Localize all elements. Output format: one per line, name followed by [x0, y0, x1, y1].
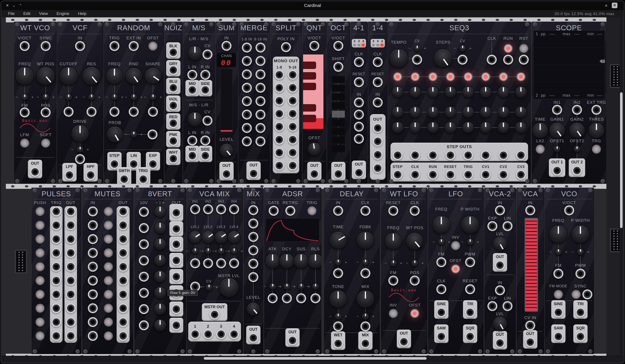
trim-knob[interactable]: −+	[555, 249, 562, 255]
jack-port[interactable]	[357, 137, 361, 141]
jack-port[interactable]	[277, 112, 281, 116]
jack-port[interactable]	[245, 139, 249, 143]
knob[interactable]	[220, 144, 233, 157]
knob[interactable]	[247, 303, 260, 316]
led-button[interactable]	[106, 250, 111, 255]
trim-knob[interactable]: −+	[218, 248, 224, 254]
jack-port[interactable]	[578, 334, 583, 339]
knob[interactable]	[215, 231, 227, 244]
jack-port[interactable]	[363, 271, 368, 275]
channel-2-led[interactable]	[372, 44, 375, 46]
jack-port[interactable]	[171, 50, 175, 55]
jack-port[interactable]	[468, 310, 472, 314]
jack-port[interactable]	[171, 157, 175, 161]
knob[interactable]	[125, 68, 142, 84]
jack-port[interactable]	[142, 275, 146, 279]
jack-port[interactable]	[245, 126, 249, 130]
trim-knob[interactable]: −+	[150, 94, 156, 101]
jack-port[interactable]	[363, 324, 368, 329]
led-button[interactable]	[37, 236, 43, 242]
led-button[interactable]	[43, 140, 48, 146]
jack-port[interactable]	[288, 209, 292, 213]
jack-port[interactable]	[375, 60, 380, 64]
channel-3-led[interactable]	[357, 44, 360, 46]
channel-2-led[interactable]	[353, 44, 356, 46]
jack-port[interactable]	[528, 323, 532, 328]
trim-knob[interactable]: −+	[88, 94, 95, 101]
jack-port[interactable]	[69, 334, 73, 338]
jack-port[interactable]	[142, 291, 146, 295]
octave-cell[interactable]	[332, 102, 345, 109]
jack-port[interactable]	[224, 44, 229, 48]
knob[interactable]	[329, 290, 347, 308]
jack-port[interactable]	[519, 172, 523, 177]
knob[interactable]	[154, 319, 166, 331]
led-button[interactable]	[483, 74, 488, 79]
jack-port[interactable]	[251, 275, 255, 279]
jack-port[interactable]	[69, 292, 73, 297]
jack-port[interactable]	[91, 334, 95, 338]
led-button[interactable]	[106, 278, 111, 283]
led-button[interactable]	[309, 208, 314, 213]
jack-port[interactable]	[23, 44, 27, 48]
octave-cell[interactable]	[332, 76, 345, 83]
jack-port[interactable]	[91, 292, 95, 297]
trim-knob[interactable]: −+	[312, 283, 319, 290]
trim-knob[interactable]: −+	[438, 239, 445, 245]
jack-port[interactable]	[89, 110, 94, 114]
led-button[interactable]	[37, 319, 43, 325]
jack-port[interactable]	[391, 209, 396, 213]
jack-port[interactable]	[396, 153, 400, 157]
knob[interactable]	[228, 231, 240, 244]
jack-port[interactable]	[91, 320, 95, 324]
led-button[interactable]	[37, 264, 43, 269]
jack-port[interactable]	[66, 110, 71, 114]
jack-port[interactable]	[528, 340, 532, 344]
menu-view[interactable]: View	[39, 11, 48, 16]
jack-port[interactable]	[251, 262, 255, 266]
knob[interactable]	[433, 216, 450, 234]
knob[interactable]	[308, 143, 321, 156]
jack-port[interactable]	[431, 172, 435, 177]
jack-port[interactable]	[54, 292, 59, 297]
trim-knob[interactable]: −+	[411, 260, 418, 267]
jack-port[interactable]	[501, 153, 506, 157]
jack-port[interactable]	[69, 320, 73, 324]
jack-port[interactable]	[519, 153, 523, 157]
jack-port[interactable]	[171, 139, 175, 143]
jack-port[interactable]	[219, 332, 223, 336]
jack-port[interactable]	[121, 223, 125, 227]
led-button[interactable]	[518, 74, 524, 79]
jack-port[interactable]	[375, 166, 380, 170]
jack-port[interactable]	[290, 150, 295, 155]
trim-knob[interactable]: −+	[130, 94, 137, 101]
knob[interactable]	[498, 86, 509, 98]
trim-knob[interactable]: −+	[269, 283, 276, 290]
knob[interactable]	[154, 303, 166, 315]
led-button[interactable]	[506, 46, 511, 51]
knob[interactable]	[154, 255, 166, 266]
jack-port[interactable]	[174, 227, 179, 231]
jack-port[interactable]	[258, 99, 263, 103]
jack-port[interactable]	[270, 296, 275, 301]
led-button[interactable]	[106, 223, 111, 228]
jack-port[interactable]	[69, 251, 73, 255]
led-button[interactable]	[501, 74, 506, 79]
trim-knob[interactable]: −+	[335, 259, 341, 266]
jack-port[interactable]	[413, 153, 417, 157]
jack-port[interactable]	[336, 271, 340, 275]
jack-port[interactable]	[258, 59, 263, 63]
knob[interactable]	[461, 216, 479, 234]
black-key[interactable]	[303, 83, 316, 90]
jack-port[interactable]	[54, 265, 59, 269]
jack-port[interactable]	[245, 99, 249, 103]
jack-port[interactable]	[498, 341, 502, 345]
led-button[interactable]	[466, 74, 471, 79]
led-button[interactable]	[391, 311, 396, 316]
jack-port[interactable]	[431, 153, 435, 157]
led-button[interactable]	[106, 306, 111, 311]
jack-port[interactable]	[190, 88, 194, 92]
jack-port[interactable]	[439, 310, 443, 314]
jack-port[interactable]	[205, 52, 210, 57]
jack-port[interactable]	[555, 168, 559, 173]
